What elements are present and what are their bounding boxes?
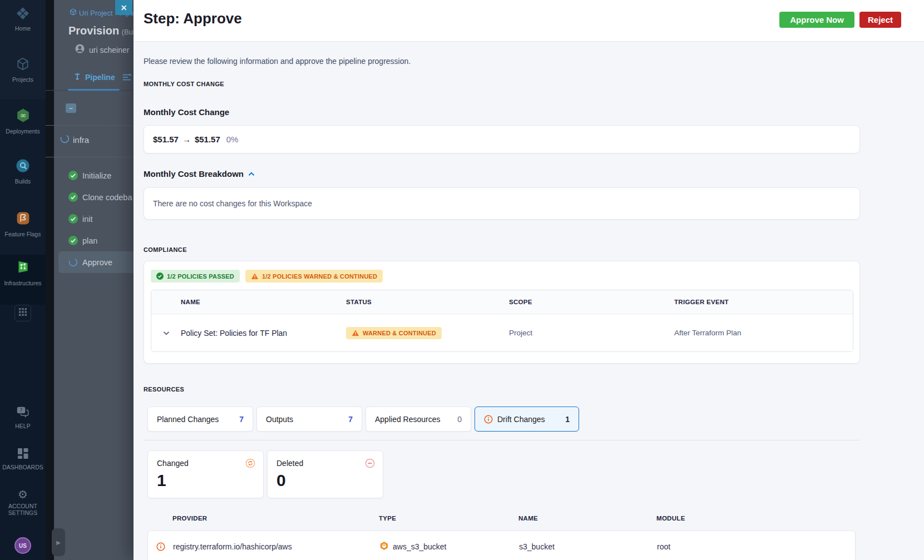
active-tab-underline	[68, 89, 120, 91]
home-icon: ❖	[16, 6, 31, 22]
col-type: TYPE	[379, 515, 518, 522]
policy-trigger-event: After Terraform Plan	[674, 329, 853, 337]
close-icon: ✕	[121, 3, 127, 12]
step-row-plan[interactable]: plan	[46, 230, 134, 251]
outputs-count: 7	[348, 415, 353, 424]
sidebar-item-label: Feature Flags	[5, 231, 41, 237]
user-icon	[75, 44, 85, 56]
sidebar-item-label: Home	[15, 25, 31, 32]
drift-summary-cards: Changed 1 Deleted 0	[147, 450, 860, 498]
feature-flags-icon	[16, 211, 31, 228]
stage-name: infra	[73, 135, 89, 145]
cost-percent: 0%	[226, 135, 239, 144]
section-label-resources: RESOURCES	[144, 386, 860, 393]
cost-to: $51.57	[195, 135, 220, 144]
reject-button[interactable]: Reject	[859, 12, 901, 28]
policy-scope: Project	[509, 329, 674, 337]
changed-value: 1	[157, 472, 254, 489]
resource-table-row[interactable]: registry.terraform.io/hashicorp/aws aws_…	[147, 531, 856, 560]
monthly-cost-card: $51.57 → $51.57 0%	[144, 125, 860, 153]
step-row-clone-codebase[interactable]: Clone codeba	[46, 186, 134, 208]
nav-sidebar: ❖ Home Projects ∞ Deployments Builds	[0, 0, 46, 560]
step-row-approve-selected[interactable]: Approve	[58, 251, 134, 273]
empty-message: There are no cost changes for this Works…	[153, 199, 312, 208]
divider	[46, 125, 134, 126]
stage-row-infra[interactable]: infra	[46, 130, 134, 150]
warned-continued-badge: WARNED & CONTINUED	[346, 327, 442, 339]
gear-icon: ⚙	[18, 489, 28, 500]
module-picker-button[interactable]	[14, 305, 31, 321]
check-circle-icon	[156, 272, 164, 280]
col-provider: PROVIDER	[172, 515, 379, 522]
planned-changes-count: 7	[239, 415, 244, 424]
approve-now-button[interactable]: Approve Now	[779, 12, 854, 28]
sidebar-item-projects[interactable]: Projects	[0, 57, 46, 83]
chevron-up-icon[interactable]	[248, 172, 255, 176]
col-name: NAME	[181, 299, 346, 305]
inputs-tab-icon[interactable]	[122, 73, 132, 84]
project-cube-icon	[70, 8, 77, 17]
cost-breakdown-heading: Monthly Cost Breakdown	[144, 169, 244, 179]
tab-pipeline[interactable]: Pipeline	[73, 72, 115, 82]
policies-warned-badge: 1/2 POLICIES WARNED & CONTINUED	[245, 270, 383, 283]
tab-drift-changes-selected[interactable]: Drift Changes 1	[475, 407, 579, 432]
step-row-init[interactable]: init	[46, 208, 134, 230]
builds-icon	[16, 158, 30, 175]
tab-planned-changes[interactable]: Planned Changes 7	[147, 407, 253, 432]
monthly-cost-heading: Monthly Cost Change	[144, 107, 860, 117]
running-spinner-icon	[68, 257, 78, 267]
sidebar-item-deployments[interactable]: ∞ Deployments	[0, 108, 46, 135]
svg-text:?: ?	[20, 408, 22, 413]
sidebar-item-builds[interactable]: Builds	[0, 158, 46, 185]
deleted-card: Deleted 0	[267, 450, 383, 498]
cost-breakdown-empty-card: There are no cost changes for this Works…	[144, 187, 860, 220]
console-expander-handle[interactable]: ▶	[52, 528, 65, 556]
pipeline-icon	[73, 72, 81, 82]
approval-drawer: Step: Approve Approve Now Reject Please …	[134, 0, 924, 560]
tab-outputs[interactable]: Outputs 7	[256, 407, 362, 432]
collapse-chip[interactable]: ..	[66, 103, 76, 113]
sidebar-item-feature-flags[interactable]: Feature Flags	[0, 211, 46, 237]
running-spinner-icon	[60, 134, 70, 146]
change-refresh-icon	[245, 458, 255, 470]
sidebar-item-home[interactable]: ❖ Home	[0, 6, 46, 32]
step-row-initialize[interactable]: Initialize	[46, 165, 134, 186]
sidebar-item-label: ACCOUNT SETTINGS	[6, 503, 40, 516]
drift-changes-count: 1	[565, 415, 570, 424]
chevron-down-icon[interactable]	[163, 331, 170, 335]
sidebar-item-help[interactable]: ? HELP	[0, 407, 46, 429]
svg-text:∞: ∞	[19, 111, 26, 120]
user-avatar[interactable]: US	[14, 537, 31, 554]
sidebar-item-label: HELP	[15, 423, 30, 429]
sidebar-item-label: Infrastructures	[4, 280, 41, 286]
tab-applied-resources[interactable]: Applied Resources 0	[365, 407, 471, 432]
policy-table-row[interactable]: Policy Set: Policies for TF Plan WARNED …	[151, 314, 853, 351]
policy-table-header: NAME STATUS SCOPE TRIGGER EVENT	[151, 290, 853, 314]
success-check-icon	[68, 214, 78, 224]
drawer-header: Step: Approve Approve Now Reject	[134, 0, 924, 42]
review-intro-text: Please review the following information …	[144, 42, 860, 66]
drawer-body: Please review the following information …	[134, 42, 924, 560]
breadcrumb-project-link[interactable]: Uri Project	[79, 9, 113, 17]
resource-name: s3_bucket	[519, 542, 657, 551]
sidebar-item-dashboards[interactable]: DASHBOARDS	[0, 448, 46, 470]
changed-label: Changed	[157, 459, 254, 468]
sidebar-item-account-settings[interactable]: ⚙ ACCOUNT SETTINGS	[0, 489, 46, 516]
success-check-icon	[68, 171, 78, 180]
sidebar-item-infrastructures[interactable]: Infrastructures	[0, 259, 46, 286]
execution-tabbar: Pipeline	[46, 66, 134, 91]
cost-from: $51.57	[153, 135, 179, 144]
section-label-compliance: COMPLIANCE	[144, 246, 860, 253]
drawer-title: Step: Approve	[144, 10, 242, 27]
success-check-icon	[68, 192, 78, 202]
drawer-close-button[interactable]: ✕	[115, 0, 132, 15]
col-name: NAME	[518, 515, 656, 522]
help-chat-icon: ?	[17, 407, 29, 420]
page-title: Provision (Build	[68, 24, 134, 37]
col-module: MODULE	[656, 515, 860, 522]
infrastructures-icon	[15, 259, 31, 277]
success-check-icon	[68, 236, 78, 245]
sidebar-item-label: Builds	[15, 178, 31, 185]
policies-passed-badge: 1/2 POLICIES PASSED	[151, 270, 240, 283]
sidebar-band	[0, 305, 46, 560]
